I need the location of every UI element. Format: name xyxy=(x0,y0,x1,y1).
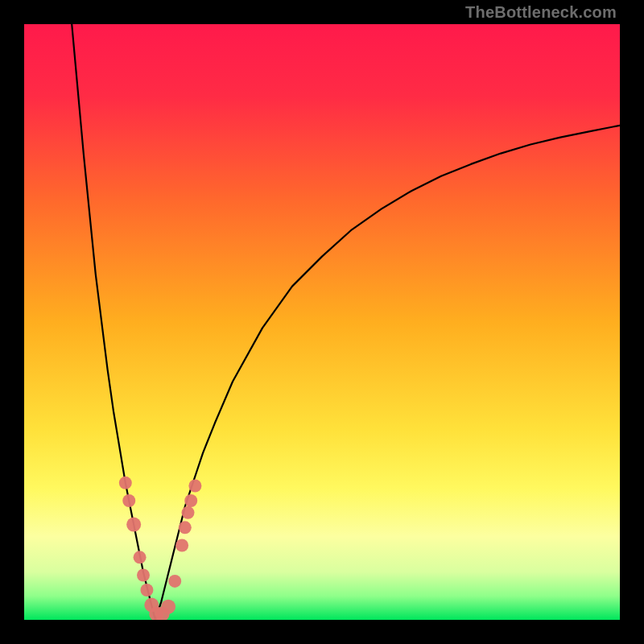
data-marker xyxy=(182,506,195,519)
data-marker xyxy=(161,600,175,614)
data-marker xyxy=(175,539,188,552)
plot-area xyxy=(24,24,620,620)
data-marker xyxy=(168,575,181,588)
data-marker xyxy=(140,584,153,597)
data-marker xyxy=(126,518,141,532)
data-marker xyxy=(134,551,147,564)
data-marker xyxy=(188,480,201,493)
watermark-text: TheBottleneck.com xyxy=(465,3,617,22)
data-marker xyxy=(184,494,197,507)
data-marker xyxy=(179,521,192,534)
data-marker xyxy=(122,494,135,507)
marker-layer xyxy=(24,24,620,620)
chart-frame: TheBottleneck.com xyxy=(0,0,644,644)
data-marker xyxy=(119,477,132,489)
data-marker xyxy=(137,569,150,582)
